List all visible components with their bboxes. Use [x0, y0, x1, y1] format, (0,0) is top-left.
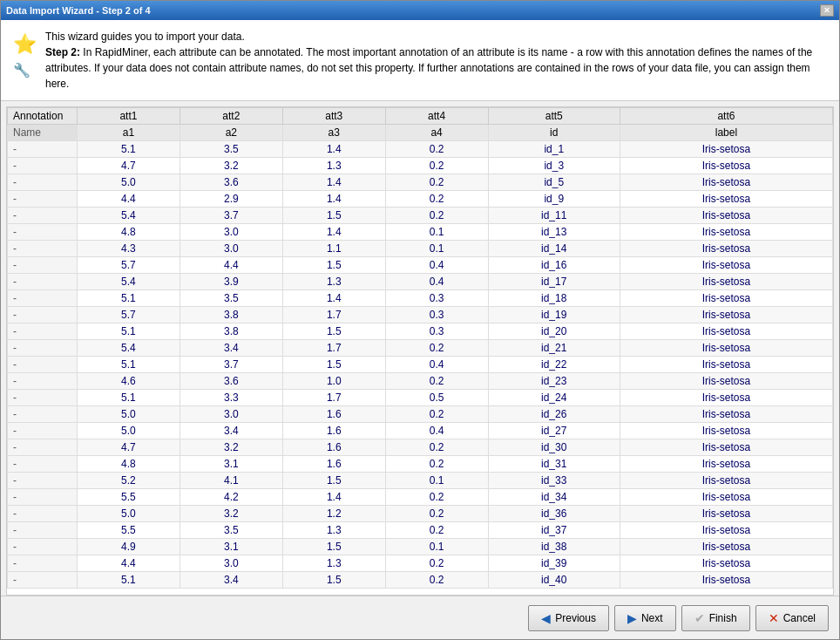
- data-cell: 3.4: [180, 572, 282, 589]
- data-cell: 0.2: [385, 489, 488, 506]
- column-header-att3[interactable]: att3: [282, 108, 385, 125]
- annotation-cell: -: [8, 174, 78, 191]
- row-data-cell: a3: [282, 125, 385, 141]
- data-cell: 3.1: [180, 456, 282, 473]
- data-cell: 4.4: [78, 555, 180, 572]
- column-header-att5[interactable]: att5: [488, 108, 620, 125]
- data-cell: 4.4: [78, 191, 180, 208]
- table-row: -4.83.11.60.2id_31Iris-setosa: [8, 456, 833, 473]
- data-cell: 5.5: [78, 489, 180, 506]
- data-cell: 1.5: [282, 323, 385, 340]
- column-header-att6[interactable]: att6: [620, 108, 832, 125]
- data-cell: 1.6: [282, 423, 385, 439]
- cancel-button[interactable]: ✕ Cancel: [755, 605, 829, 631]
- window-controls: ✕: [820, 4, 834, 17]
- annotation-cell: -: [8, 357, 78, 373]
- data-cell: id_39: [488, 555, 620, 572]
- data-cell: Iris-setosa: [620, 489, 832, 506]
- data-cell: 3.2: [180, 506, 282, 522]
- wizard-footer: ◀ Previous ▶ Next ✔ Finish ✕ Cancel: [1, 596, 839, 639]
- column-header-att2[interactable]: att2: [180, 108, 282, 125]
- data-cell: 1.3: [282, 555, 385, 572]
- data-cell: id_13: [488, 224, 620, 241]
- annotation-cell: -: [8, 241, 78, 257]
- data-cell: 0.2: [385, 439, 488, 456]
- data-cell: id_16: [488, 257, 620, 274]
- data-table-container[interactable]: Annotationatt1att2att3att4att5att6 Namea…: [6, 106, 834, 596]
- data-cell: 3.5: [180, 522, 282, 539]
- data-cell: Iris-setosa: [620, 522, 832, 539]
- data-cell: 3.0: [180, 406, 282, 423]
- annotation-cell: -: [8, 522, 78, 539]
- data-cell: id_30: [488, 439, 620, 456]
- annotation-cell: -: [8, 158, 78, 174]
- data-cell: id_21: [488, 340, 620, 357]
- step-label: Step 2:: [45, 46, 80, 58]
- data-cell: Iris-setosa: [620, 423, 832, 439]
- data-cell: 5.0: [78, 406, 180, 423]
- data-cell: 0.5: [385, 390, 488, 406]
- data-cell: Iris-setosa: [620, 174, 832, 191]
- data-cell: Iris-setosa: [620, 473, 832, 489]
- data-cell: 0.1: [385, 539, 488, 555]
- annotation-cell: -: [8, 539, 78, 555]
- table-row: -5.73.81.70.3id_19Iris-setosa: [8, 307, 833, 323]
- annotation-cell: -: [8, 257, 78, 274]
- data-cell: 3.2: [180, 439, 282, 456]
- finish-button[interactable]: ✔ Finish: [681, 605, 750, 631]
- data-cell: 0.2: [385, 373, 488, 390]
- previous-button[interactable]: ◀ Previous: [528, 605, 609, 631]
- data-cell: id_36: [488, 506, 620, 522]
- table-row: -5.43.41.70.2id_21Iris-setosa: [8, 340, 833, 357]
- data-cell: id_26: [488, 406, 620, 423]
- close-button[interactable]: ✕: [820, 4, 834, 17]
- data-cell: 4.7: [78, 439, 180, 456]
- data-cell: 3.7: [180, 357, 282, 373]
- table-row: -5.03.41.60.4id_27Iris-setosa: [8, 423, 833, 439]
- data-cell: 1.6: [282, 406, 385, 423]
- previous-label: Previous: [555, 612, 596, 624]
- data-cell: 5.7: [78, 307, 180, 323]
- table-row: -5.53.51.30.2id_37Iris-setosa: [8, 522, 833, 539]
- data-cell: 3.5: [180, 141, 282, 158]
- column-header-Annotation[interactable]: Annotation: [8, 108, 78, 125]
- annotation-cell: -: [8, 506, 78, 522]
- data-cell: Iris-setosa: [620, 224, 832, 241]
- data-cell: 3.6: [180, 373, 282, 390]
- annotation-cell: -: [8, 274, 78, 290]
- data-cell: 5.1: [78, 290, 180, 307]
- row-data-cell: a2: [180, 125, 282, 141]
- table-row: -5.43.71.50.2id_11Iris-setosa: [8, 208, 833, 224]
- data-cell: Iris-setosa: [620, 506, 832, 522]
- row-data-cell: a4: [385, 125, 488, 141]
- data-cell: 4.8: [78, 224, 180, 241]
- table-row: -4.33.01.10.1id_14Iris-setosa: [8, 241, 833, 257]
- data-cell: 0.4: [385, 274, 488, 290]
- data-cell: 0.2: [385, 555, 488, 572]
- data-cell: id_9: [488, 191, 620, 208]
- header-line2: Step 2: In RapidMiner, each attribute ca…: [45, 44, 827, 92]
- data-cell: 0.4: [385, 257, 488, 274]
- data-cell: 0.4: [385, 423, 488, 439]
- data-cell: 3.3: [180, 390, 282, 406]
- wizard-window: Data Import Wizard - Step 2 of 4 ✕ ⭐🔧 Th…: [0, 0, 840, 640]
- data-cell: 5.1: [78, 323, 180, 340]
- annotation-cell: -: [8, 473, 78, 489]
- content-area: Annotationatt1att2att3att4att5att6 Namea…: [1, 101, 839, 596]
- cancel-icon: ✕: [769, 611, 779, 625]
- data-cell: 1.7: [282, 390, 385, 406]
- cancel-label: Cancel: [783, 612, 816, 624]
- data-cell: id_37: [488, 522, 620, 539]
- table-row: -5.54.21.40.2id_34Iris-setosa: [8, 489, 833, 506]
- column-header-att1[interactable]: att1: [78, 108, 180, 125]
- column-header-att4[interactable]: att4: [385, 108, 488, 125]
- data-cell: Iris-setosa: [620, 340, 832, 357]
- data-cell: 0.2: [385, 506, 488, 522]
- data-cell: Iris-setosa: [620, 307, 832, 323]
- data-cell: 0.1: [385, 224, 488, 241]
- row-data-cell: label: [620, 125, 832, 141]
- next-button[interactable]: ▶ Next: [614, 605, 676, 631]
- window-title: Data Import Wizard - Step 2 of 4: [6, 5, 151, 16]
- name-annotation-row: Namea1a2a3a4idlabel: [8, 125, 833, 141]
- finish-label: Finish: [709, 612, 737, 624]
